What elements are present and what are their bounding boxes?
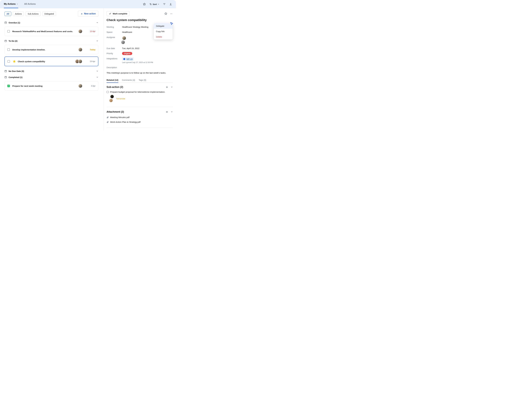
- svg-rect-4: [5, 22, 7, 24]
- section-overdue[interactable]: Overdue (1): [4, 20, 98, 25]
- assignee-avatars: [78, 48, 82, 52]
- label-integrations: Integrations: [107, 57, 122, 63]
- plus-icon: ＋: [81, 12, 83, 15]
- avatar: [122, 36, 126, 40]
- svg-marker-0: [143, 3, 146, 5]
- section-no-due-date[interactable]: No Due Date (0): [4, 69, 98, 74]
- label-due-date: Due date: [107, 47, 122, 50]
- task-row[interactable]: Research TeleHealthPro and MedConnect fe…: [4, 27, 98, 36]
- svg-marker-12: [13, 60, 16, 63]
- tab-tags[interactable]: Tags (9): [139, 78, 146, 82]
- task-checkbox[interactable]: [7, 30, 10, 32]
- star-filled-icon: [13, 60, 16, 63]
- subaction-title: Prepare budget proposal for telemedicine…: [110, 91, 165, 93]
- assignee-avatars: [78, 84, 82, 88]
- attachment-heading: Attachment (2): [107, 110, 124, 113]
- tab-my-actions-label: My Actions: [4, 3, 16, 5]
- label-description: Description: [107, 66, 122, 69]
- calendar-icon: [4, 70, 7, 72]
- calendar-icon: [4, 76, 7, 78]
- task-date: 13 Apr: [85, 30, 95, 32]
- task-row[interactable]: Develop implementation timeline. Today: [4, 45, 98, 54]
- label-assignee: Assignee: [107, 36, 122, 44]
- svg-line-29: [170, 22, 171, 23]
- filter-icon[interactable]: [163, 3, 166, 6]
- attachment-item[interactable]: Meeting Minutes.pdf: [107, 115, 173, 120]
- chevron-down-icon: [17, 3, 18, 5]
- avatar: [121, 40, 125, 44]
- chevron-down-icon: [96, 70, 98, 72]
- mark-complete-button[interactable]: Mark complete: [107, 11, 130, 16]
- avatar: [110, 95, 114, 99]
- task-checkbox[interactable]: [7, 48, 10, 51]
- svg-marker-21: [165, 13, 167, 15]
- label-space: Space: [107, 31, 122, 33]
- svg-rect-13: [5, 70, 7, 72]
- menu-item-delegate[interactable]: Delegate: [154, 23, 173, 29]
- tab-all-actions[interactable]: All Actions: [24, 0, 36, 8]
- tab-related[interactable]: Related (12): [107, 78, 118, 82]
- task-checkbox[interactable]: [7, 60, 10, 63]
- tab-my-actions[interactable]: My Actions: [4, 0, 18, 8]
- svg-line-28: [171, 22, 171, 23]
- section-no-due-label: No Due Date (0): [9, 70, 24, 72]
- section-todo[interactable]: To Do (2): [4, 38, 98, 44]
- subaction-date: Tomorrow: [116, 97, 125, 100]
- task-row[interactable]: Prepare for next week meeting 3 Apr: [4, 81, 98, 91]
- sort-icon: [149, 3, 152, 5]
- add-attachment-button[interactable]: [166, 111, 168, 113]
- mark-complete-label: Mark complete: [113, 13, 127, 15]
- task-title: Check system compatibility: [18, 60, 75, 63]
- more-menu-button[interactable]: [170, 12, 173, 15]
- avatar: [109, 99, 113, 102]
- cursor-indicator-icon: [170, 22, 174, 26]
- sort-label: Sort: [153, 3, 157, 5]
- download-icon[interactable]: [169, 3, 172, 6]
- task-checkbox-checked[interactable]: [7, 85, 10, 87]
- menu-item-copy-link[interactable]: Copy link: [154, 29, 173, 34]
- task-title: Prepare for next week meeting: [12, 85, 78, 87]
- filter-all[interactable]: All: [4, 12, 11, 16]
- sort-button[interactable]: Sort: [149, 3, 159, 5]
- section-completed[interactable]: Completed (1): [4, 75, 98, 80]
- svg-rect-22: [123, 58, 125, 60]
- attachment-item[interactable]: Work Action Plan & Strategy.pdf: [107, 120, 173, 124]
- new-action-label: New action: [84, 13, 96, 15]
- new-action-button[interactable]: ＋ New action: [78, 11, 98, 17]
- filter-actions[interactable]: Actions: [13, 12, 24, 16]
- tab-all-actions-label: All Actions: [24, 3, 36, 5]
- assignee-avatars: [78, 29, 82, 33]
- value-due-date: Tue, April 19, 2022: [122, 47, 173, 50]
- chevron-down-icon[interactable]: [171, 86, 173, 89]
- section-todo-label: To Do (2): [9, 40, 18, 42]
- section-overdue-label: Overdue (1): [9, 21, 20, 24]
- last-synced-text: Last synced July 27, 2023 at 12:30 PM: [122, 61, 173, 63]
- avatar: [78, 59, 82, 63]
- section-completed-label: Completed (1): [9, 76, 22, 78]
- task-title: Develop implementation timeline.: [12, 49, 78, 51]
- integration-link[interactable]: MP-15: [127, 58, 133, 60]
- chevron-down-icon: [158, 3, 159, 5]
- menu-item-delete[interactable]: Delete: [154, 34, 173, 39]
- filter-sub-actions[interactable]: Sub Actions: [25, 12, 41, 16]
- task-date: 19 Apr: [85, 60, 95, 63]
- subaction-checkbox[interactable]: [107, 91, 109, 93]
- add-subaction-button[interactable]: [166, 86, 168, 89]
- calendar-icon: [4, 40, 7, 42]
- chevron-down-icon: [96, 21, 98, 24]
- tab-comments[interactable]: Comments (4): [122, 78, 135, 82]
- star-outline-icon[interactable]: [143, 3, 146, 6]
- chevron-down-icon: [96, 76, 98, 78]
- star-outline-icon[interactable]: [165, 12, 167, 15]
- chevron-down-icon[interactable]: [171, 111, 173, 113]
- filter-delegated[interactable]: Delegated: [42, 12, 56, 16]
- task-date: 3 Apr: [85, 85, 95, 87]
- task-date: Today: [85, 49, 95, 51]
- check-icon: [109, 12, 111, 15]
- task-title: Research TeleHealthPro and MedConnect fe…: [12, 30, 78, 32]
- task-row-selected[interactable]: Check system compatibility 19 Apr: [4, 57, 98, 66]
- svg-rect-17: [5, 76, 7, 78]
- attachment-name: Work Action Plan & Strategy.pdf: [110, 121, 140, 123]
- integration-chip[interactable]: MP-15: [122, 57, 134, 61]
- subaction-item[interactable]: Prepare budget proposal for telemedicine…: [107, 90, 173, 104]
